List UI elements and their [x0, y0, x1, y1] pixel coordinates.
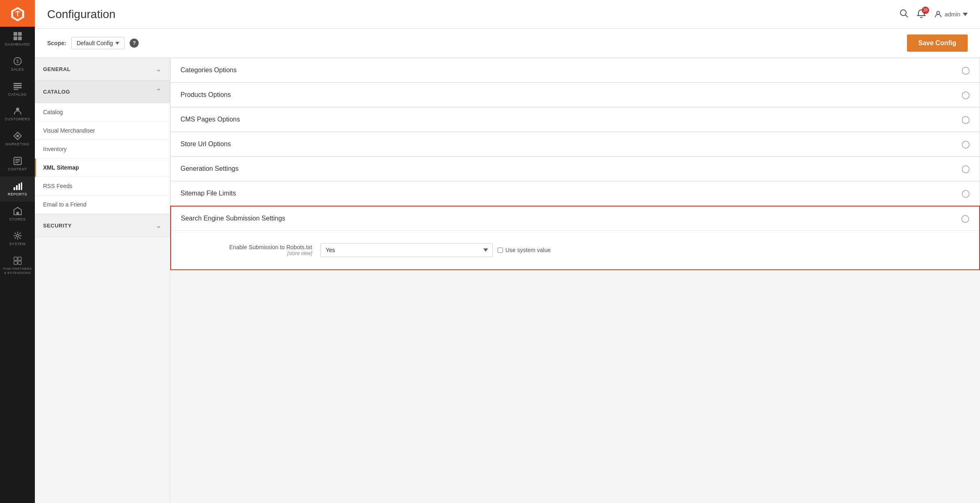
sidebar-item-content[interactable]: CONTENT [0, 152, 35, 177]
svg-rect-0 [14, 32, 17, 36]
admin-menu-button[interactable]: admin [934, 10, 968, 18]
enable-submission-row: Enable Submission to Robots.txt [store v… [181, 239, 969, 261]
sidebar-item-marketing[interactable]: MARKETING [0, 126, 35, 152]
customers-icon [13, 106, 22, 115]
svg-rect-25 [18, 261, 21, 264]
section-catalog-chevron: ⌃ [155, 87, 162, 96]
scope-label: Scope: [47, 40, 66, 46]
notification-badge: 39 [922, 7, 929, 14]
store-url-options-title: Store Url Options [180, 140, 231, 148]
svg-rect-9 [14, 89, 18, 90]
config-bar: Scope: Default Config ? Save Config [35, 29, 980, 58]
sidebar-logo[interactable] [0, 0, 35, 27]
categories-options-header[interactable]: Categories Options ◯ [171, 58, 980, 83]
svg-point-28 [937, 11, 939, 14]
sub-item-xml-sitemap[interactable]: XML Sitemap [35, 158, 170, 177]
marketing-icon [13, 131, 22, 140]
sidebar-item-customers[interactable]: CUSTOMERS [0, 101, 35, 126]
sidebar-item-partners-label: FIND PARTNERS & EXTENSIONS [2, 267, 33, 275]
svg-rect-17 [16, 185, 18, 190]
search-engine-submission-chevron: ◯ [961, 214, 969, 223]
svg-point-21 [16, 234, 19, 237]
sidebar-item-dashboard[interactable]: DASHBOARD [0, 27, 35, 52]
section-catalog[interactable]: CATALOG ⌃ [35, 80, 170, 103]
dashboard-icon [13, 32, 22, 41]
notification-button[interactable]: 39 [917, 9, 926, 20]
cms-pages-options-chevron: ◯ [962, 115, 970, 124]
scope-select[interactable]: Default Config [71, 37, 125, 49]
save-config-button[interactable]: Save Config [907, 34, 968, 52]
svg-rect-15 [15, 162, 18, 163]
search-engine-submission-body: Enable Submission to Robots.txt [store v… [171, 231, 979, 269]
topbar: Configuration 39 admin [35, 0, 980, 29]
enable-submission-select[interactable]: Yes No [320, 243, 493, 257]
scope-value: Default Config [77, 40, 113, 46]
sitemap-file-limits-section: Sitemap File Limits ◯ [170, 181, 980, 206]
section-general[interactable]: GENERAL ⌄ [35, 58, 170, 80]
scope-chevron-icon [115, 42, 119, 45]
svg-rect-3 [18, 37, 22, 40]
topbar-right: 39 admin [900, 9, 968, 20]
use-system-value-checkbox[interactable] [498, 248, 503, 253]
search-icon [900, 9, 909, 18]
section-security[interactable]: SECURITY ⌄ [35, 214, 170, 237]
stores-icon [13, 207, 22, 216]
store-view-note: [store view] [181, 250, 312, 256]
help-icon-button[interactable]: ? [130, 39, 139, 48]
sidebar-item-stores-label: STORES [9, 217, 26, 222]
sidebar-item-stores[interactable]: STORES [0, 202, 35, 227]
use-system-value-label[interactable]: Use system value [498, 247, 551, 253]
categories-options-title: Categories Options [180, 67, 237, 74]
enable-submission-control: Yes No Use system value [320, 243, 551, 257]
sidebar-item-partners[interactable]: FIND PARTNERS & EXTENSIONS [0, 251, 35, 280]
store-url-options-chevron: ◯ [962, 140, 970, 149]
catalog-icon [13, 82, 22, 91]
products-options-section: Products Options ◯ [170, 83, 980, 107]
sidebar-item-catalog[interactable]: CATALOG [0, 77, 35, 102]
svg-rect-2 [14, 37, 17, 40]
sitemap-file-limits-header[interactable]: Sitemap File Limits ◯ [171, 181, 980, 206]
search-button[interactable] [900, 9, 909, 20]
magento-logo-icon [10, 6, 25, 21]
store-url-options-header[interactable]: Store Url Options ◯ [171, 132, 980, 156]
sidebar-item-sales-label: SALES [11, 67, 24, 72]
section-general-chevron: ⌄ [155, 64, 162, 73]
generation-settings-chevron: ◯ [962, 164, 970, 173]
generation-settings-header[interactable]: Generation Settings ◯ [171, 157, 980, 181]
generation-settings-title: Generation Settings [180, 165, 238, 172]
sidebar-item-catalog-label: CATALOG [8, 92, 27, 97]
system-icon [13, 231, 22, 240]
svg-line-27 [905, 15, 908, 17]
section-catalog-title: CATALOG [43, 89, 70, 95]
search-engine-submission-section: Search Engine Submission Settings ◯ Enab… [170, 206, 980, 270]
sidebar-item-system[interactable]: SYSTEM [0, 226, 35, 251]
sub-item-email-to-friend[interactable]: Email to a Friend [35, 195, 170, 214]
svg-rect-13 [15, 159, 20, 160]
search-engine-submission-header[interactable]: Search Engine Submission Settings ◯ [171, 207, 979, 231]
cms-pages-options-header[interactable]: CMS Pages Options ◯ [171, 108, 980, 132]
sidebar-item-reports-label: REPORTS [8, 192, 27, 197]
sidebar-item-dashboard-label: DASHBOARD [5, 42, 30, 47]
sidebar-item-reports[interactable]: REPORTS [0, 177, 35, 202]
left-panel: GENERAL ⌄ CATALOG ⌃ Catalog Visual Merch… [35, 58, 170, 503]
catalog-sub-items: Catalog Visual Merchandiser Inventory XM… [35, 103, 170, 214]
sub-item-visual-merchandiser[interactable]: Visual Merchandiser [35, 122, 170, 140]
categories-options-section: Categories Options ◯ [170, 58, 980, 83]
products-options-header[interactable]: Products Options ◯ [171, 83, 980, 107]
content-icon [13, 156, 22, 165]
reports-icon [13, 181, 22, 191]
sub-item-rss-feeds[interactable]: RSS Feeds [35, 177, 170, 195]
svg-text:$: $ [16, 59, 19, 64]
store-url-options-section: Store Url Options ◯ [170, 132, 980, 156]
sidebar-item-sales[interactable]: $ SALES [0, 52, 35, 77]
sitemap-file-limits-title: Sitemap File Limits [180, 190, 236, 197]
cms-pages-options-title: CMS Pages Options [180, 116, 240, 123]
svg-rect-20 [16, 212, 19, 215]
svg-rect-1 [18, 32, 22, 36]
scope-area: Scope: Default Config ? [47, 37, 139, 49]
chevron-down-icon [963, 13, 968, 16]
content-area: GENERAL ⌄ CATALOG ⌃ Catalog Visual Merch… [35, 58, 980, 503]
sub-item-inventory[interactable]: Inventory [35, 140, 170, 158]
sub-item-catalog[interactable]: Catalog [35, 103, 170, 122]
sidebar: DASHBOARD $ SALES CATALOG CUSTOMERS MARK… [0, 0, 35, 503]
